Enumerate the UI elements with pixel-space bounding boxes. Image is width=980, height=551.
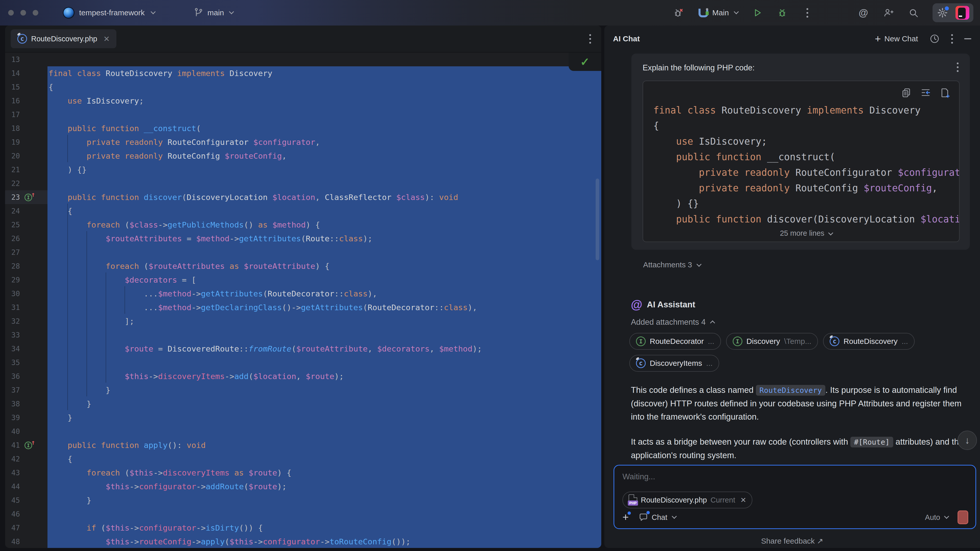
new-file-from-code-icon[interactable]: [940, 87, 950, 98]
line-number[interactable]: 44: [5, 483, 20, 491]
line-number[interactable]: 41: [5, 441, 20, 449]
code-line[interactable]: 21 ) {}: [5, 163, 601, 176]
stop-generating-button[interactable]: [958, 510, 968, 524]
copy-code-icon[interactable]: [901, 87, 912, 98]
add-context-button[interactable]: +: [622, 512, 629, 523]
line-number[interactable]: 46: [5, 510, 20, 518]
scroll-to-bottom-button[interactable]: ↓: [958, 430, 977, 450]
chat-messages[interactable]: Explain the following PHP code:: [605, 52, 980, 461]
line-number[interactable]: 37: [5, 386, 20, 394]
code-line[interactable]: 22: [5, 176, 601, 190]
code-line[interactable]: 18 public function __construct(: [5, 121, 601, 135]
code-line[interactable]: 34 $route = DiscoveredRoute::fromRoute($…: [5, 342, 601, 356]
code-line[interactable]: 17: [5, 108, 601, 121]
tab-close-icon[interactable]: ✕: [103, 35, 110, 43]
line-number[interactable]: 24: [5, 207, 20, 215]
line-number[interactable]: 43: [5, 468, 20, 477]
code-line[interactable]: 26 $routeAttributes = $method->getAttrib…: [5, 232, 601, 245]
ai-assistant-button[interactable]: @: [858, 7, 869, 19]
line-number[interactable]: 25: [5, 221, 20, 229]
code-line[interactable]: 20 private readonly RouteConfig $routeCo…: [5, 149, 601, 163]
line-number[interactable]: 30: [5, 289, 20, 298]
line-number[interactable]: 26: [5, 234, 20, 243]
line-number[interactable]: 42: [5, 455, 20, 463]
code-line[interactable]: 32 ];: [5, 314, 601, 328]
vcs-branch-widget[interactable]: main: [193, 7, 233, 18]
code-line[interactable]: 27: [5, 245, 601, 259]
history-clock-icon[interactable]: [929, 33, 940, 44]
line-number[interactable]: 23: [5, 193, 20, 202]
line-number[interactable]: 16: [5, 97, 20, 105]
context-file-chip[interactable]: RouteDiscovery.php Current ✕: [622, 492, 752, 508]
run-configuration-selector[interactable]: Main: [697, 7, 738, 18]
code-line[interactable]: 23I↑ public function discover(DiscoveryL…: [5, 190, 601, 204]
line-number[interactable]: 22: [5, 179, 20, 188]
message-options-button[interactable]: [957, 66, 959, 68]
debug-button[interactable]: [776, 7, 788, 19]
new-chat-button[interactable]: + New Chat: [875, 34, 918, 44]
editor-tab-routediscovery[interactable]: c RouteDiscovery.php ✕: [11, 29, 116, 48]
line-number[interactable]: 18: [5, 124, 20, 133]
line-number[interactable]: 19: [5, 138, 20, 146]
window-zoom-button[interactable]: [33, 10, 38, 16]
model-selector[interactable]: Auto: [925, 513, 948, 522]
code-line[interactable]: 36 $this->discoveryItems->add($location,…: [5, 369, 601, 383]
window-controls[interactable]: [8, 10, 38, 16]
chat-more-options-icon[interactable]: [951, 38, 953, 40]
line-number[interactable]: 45: [5, 496, 20, 505]
code-line[interactable]: 33: [5, 328, 601, 342]
line-number[interactable]: 38: [5, 400, 20, 408]
attachments-toggle[interactable]: Attachments 3: [643, 260, 970, 269]
code-line[interactable]: 29 $decorators = [: [5, 273, 601, 287]
expand-more-lines[interactable]: 25 more lines: [653, 229, 959, 238]
attachment-chip[interactable]: IDiscovery\Temp...: [726, 333, 818, 350]
line-number[interactable]: 20: [5, 152, 20, 160]
user-avatar[interactable]: [956, 6, 969, 20]
code-with-me-button[interactable]: [883, 7, 894, 19]
code-line[interactable]: 19 private readonly RouteConfigurator $c…: [5, 135, 601, 149]
code-line[interactable]: 15{: [5, 80, 601, 94]
implements-gutter-icon[interactable]: I↑: [24, 192, 36, 203]
line-number[interactable]: 14: [5, 69, 20, 78]
code-line[interactable]: 41I↑ public function apply(): void: [5, 438, 601, 452]
line-number[interactable]: 34: [5, 345, 20, 353]
window-minimize-button[interactable]: [21, 10, 26, 16]
code-line[interactable]: 35: [5, 356, 601, 369]
code-line[interactable]: 43 foreach ($this->discoveryItems as $ro…: [5, 466, 601, 480]
code-line[interactable]: 47 if ($this->configurator->isDirty()) {: [5, 521, 601, 535]
tab-options-button[interactable]: [589, 38, 591, 40]
line-number[interactable]: 15: [5, 83, 20, 91]
line-number[interactable]: 48: [5, 537, 20, 546]
window-close-button[interactable]: [8, 10, 14, 16]
code-line[interactable]: 16 use IsDiscovery;: [5, 94, 601, 108]
code-line[interactable]: 14final class RouteDiscovery implements …: [5, 66, 601, 80]
code-line[interactable]: 24 {: [5, 204, 601, 218]
attachment-chip[interactable]: IRouteDecorator...: [629, 333, 721, 350]
chat-input-box[interactable]: Waiting... RouteDiscovery.php Current ✕ …: [614, 465, 976, 529]
line-number[interactable]: 29: [5, 276, 20, 284]
editor-scrollbar[interactable]: [596, 179, 599, 260]
search-everywhere-button[interactable]: [907, 7, 919, 19]
share-feedback-link[interactable]: Share feedback ↗: [605, 537, 980, 545]
code-line[interactable]: 25 foreach ($class->getPublicMethods() a…: [5, 218, 601, 232]
attachment-chip[interactable]: cDiscoveryItems...: [629, 355, 719, 372]
implements-gutter-icon[interactable]: I↑: [24, 440, 36, 451]
project-widget[interactable]: tempest-framework: [63, 7, 155, 19]
line-number[interactable]: 40: [5, 427, 20, 436]
inspections-widget[interactable]: ✓: [569, 52, 601, 71]
attachment-chip[interactable]: cRouteDiscovery...: [823, 333, 915, 350]
code-line[interactable]: 45 }: [5, 493, 601, 507]
line-number[interactable]: 21: [5, 165, 20, 174]
line-number[interactable]: 27: [5, 248, 20, 257]
line-number[interactable]: 33: [5, 331, 20, 339]
code-line[interactable]: 13: [5, 52, 601, 66]
line-number[interactable]: 31: [5, 303, 20, 312]
code-line[interactable]: 39 }: [5, 411, 601, 424]
more-actions-button[interactable]: [801, 7, 813, 19]
line-number[interactable]: 39: [5, 413, 20, 422]
code-line[interactable]: 40: [5, 424, 601, 438]
code-line[interactable]: 30 ...$method->getAttributes(RouteDecora…: [5, 287, 601, 300]
line-number[interactable]: 28: [5, 262, 20, 270]
line-number[interactable]: 17: [5, 110, 20, 119]
remove-context-icon[interactable]: ✕: [740, 496, 746, 504]
